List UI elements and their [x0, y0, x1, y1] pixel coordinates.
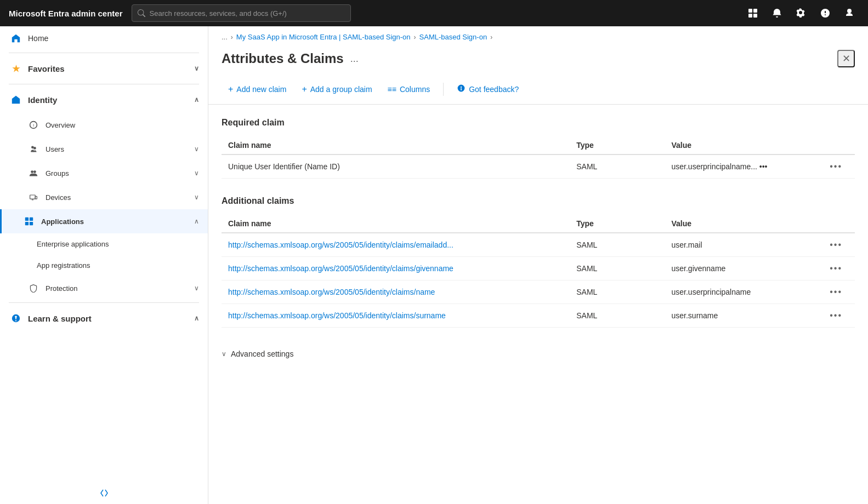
- sidebar-item-protection[interactable]: Protection ∨: [0, 276, 208, 300]
- claim-value-cell: user.userprincipalname... •••: [665, 154, 824, 179]
- claim-name-cell: http://schemas.xmlsoap.org/ws/2005/05/id…: [222, 280, 570, 304]
- required-claims-table: Claim name Type Value Unique User Identi…: [222, 136, 855, 179]
- main-content: Required claim Claim name Type Value Uni…: [208, 105, 868, 504]
- claim-value-cell: user.givenname: [665, 257, 824, 280]
- sidebar-collapse-btn[interactable]: [0, 482, 208, 504]
- breadcrumb-item2[interactable]: SAML-based Sign-on: [419, 33, 487, 41]
- claim-type-cell: SAML: [570, 304, 665, 328]
- claim-value-cell: user.userprincipalname: [665, 280, 824, 304]
- svg-rect-13: [25, 222, 29, 225]
- protection-chevron: ∨: [194, 284, 199, 292]
- svg-point-8: [33, 170, 36, 173]
- notifications-icon-btn[interactable]: [767, 3, 787, 23]
- devices-chevron: ∨: [194, 193, 199, 201]
- row-actions-dots[interactable]: •••: [830, 264, 842, 273]
- svg-rect-12: [30, 217, 33, 221]
- advanced-settings-chevron: ∨: [222, 350, 226, 358]
- sidebar-item-applications[interactable]: Applications ∧: [0, 209, 208, 233]
- sidebar-item-groups[interactable]: Groups ∨: [0, 161, 208, 185]
- table-row[interactable]: http://schemas.xmlsoap.org/ws/2005/05/id…: [222, 304, 855, 328]
- portal-icon-btn[interactable]: [743, 3, 763, 23]
- advanced-settings[interactable]: ∨ Advanced settings: [222, 345, 855, 363]
- divider-protection: [9, 302, 199, 303]
- row-actions-dots[interactable]: •••: [830, 162, 842, 171]
- row-actions-dots[interactable]: •••: [830, 240, 842, 249]
- required-col-value: Value: [665, 136, 824, 154]
- sidebar-item-app-registrations[interactable]: App registrations: [0, 255, 208, 276]
- sidebar-item-identity[interactable]: Identity ∧: [0, 87, 208, 113]
- table-row[interactable]: Unique User Identifier (Name ID) SAML us…: [222, 154, 855, 179]
- feedback-button[interactable]: Got feedback?: [450, 81, 525, 98]
- sidebar-item-favorites[interactable]: ★ Favorites ∨: [0, 55, 208, 82]
- divider-favorites: [9, 84, 199, 84]
- search-input[interactable]: [150, 9, 345, 18]
- page-title: Attributes & Claims: [222, 51, 344, 66]
- claim-type-cell: SAML: [570, 280, 665, 304]
- sidebar-item-enterprise-apps[interactable]: Enterprise applications: [0, 233, 208, 255]
- add-claim-plus-icon: +: [228, 84, 233, 94]
- sidebar-item-devices[interactable]: Devices ∨: [0, 185, 208, 209]
- claim-name-cell: http://schemas.xmlsoap.org/ws/2005/05/id…: [222, 304, 570, 328]
- claim-actions-cell: •••: [823, 233, 855, 257]
- app-title: Microsoft Entra admin center: [9, 9, 123, 18]
- breadcrumb-dots[interactable]: ...: [222, 33, 228, 41]
- columns-button[interactable]: ≡≡ Columns: [381, 82, 437, 97]
- table-row[interactable]: http://schemas.xmlsoap.org/ws/2005/05/id…: [222, 280, 855, 304]
- table-row[interactable]: http://schemas.xmlsoap.org/ws/2005/05/id…: [222, 257, 855, 280]
- svg-rect-9: [30, 195, 36, 199]
- columns-icon: ≡≡: [388, 85, 396, 94]
- add-claim-button[interactable]: + Add new claim: [222, 81, 293, 98]
- add-group-claim-button[interactable]: + Add a group claim: [295, 81, 378, 98]
- overview-label: Overview: [46, 121, 75, 129]
- topbar-icons: [743, 3, 859, 23]
- feedback-icon: [457, 84, 466, 94]
- page-close-button[interactable]: ✕: [837, 50, 855, 67]
- page-header-dots[interactable]: ...: [350, 53, 359, 65]
- svg-rect-0: [748, 9, 752, 13]
- svg-point-7: [31, 170, 33, 173]
- svg-rect-1: [753, 9, 757, 13]
- required-col-actions: [823, 136, 855, 154]
- identity-icon: [10, 94, 21, 105]
- search-icon: [138, 9, 145, 17]
- settings-icon-btn[interactable]: [791, 3, 811, 23]
- svg-rect-11: [25, 217, 29, 221]
- groups-chevron: ∨: [194, 169, 199, 177]
- sidebar-item-overview[interactable]: i Overview: [0, 113, 208, 137]
- home-icon: [10, 33, 21, 44]
- claim-type-cell: SAML: [570, 233, 665, 257]
- additional-col-type: Type: [570, 215, 665, 233]
- breadcrumb-sep-2: ›: [414, 33, 416, 41]
- main-layout: Home ★ Favorites ∨ Identity ∧ i Overview: [0, 26, 868, 504]
- users-chevron: ∨: [194, 145, 199, 153]
- row-actions-dots[interactable]: •••: [830, 311, 842, 320]
- favorites-chevron: ∨: [194, 65, 199, 72]
- search-bar[interactable]: [132, 4, 351, 22]
- favorites-icon: ★: [10, 63, 21, 74]
- sidebar-item-home[interactable]: Home: [0, 26, 208, 50]
- claim-actions-cell: •••: [823, 304, 855, 328]
- claim-actions-cell: •••: [823, 154, 855, 179]
- sidebar-item-users[interactable]: Users ∨: [0, 137, 208, 161]
- sidebar-item-learn-support[interactable]: Learn & support ∧: [0, 305, 208, 331]
- required-col-name: Claim name: [222, 136, 570, 154]
- claim-actions-cell: •••: [823, 257, 855, 280]
- breadcrumb-item1[interactable]: My SaaS App in Microsoft Entra | SAML-ba…: [236, 33, 411, 41]
- claim-name-cell: http://schemas.xmlsoap.org/ws/2005/05/id…: [222, 257, 570, 280]
- user-icon-btn[interactable]: [839, 3, 859, 23]
- table-row[interactable]: http://schemas.xmlsoap.org/ws/2005/05/id…: [222, 233, 855, 257]
- additional-claims-section-title: Additional claims: [222, 196, 855, 206]
- devices-label: Devices: [46, 193, 71, 202]
- topbar: Microsoft Entra admin center: [0, 0, 868, 26]
- learn-support-icon: [10, 313, 21, 324]
- feedback-label: Got feedback?: [469, 85, 519, 94]
- svg-rect-2: [748, 14, 752, 18]
- home-label: Home: [28, 34, 48, 43]
- svg-rect-10: [35, 196, 37, 199]
- additional-col-name: Claim name: [222, 215, 570, 233]
- svg-marker-4: [12, 96, 20, 104]
- row-actions-dots[interactable]: •••: [830, 287, 842, 296]
- learn-support-label: Learn & support: [28, 314, 92, 323]
- additional-claims-table: Claim name Type Value http://schemas.xml…: [222, 215, 855, 328]
- help-icon-btn[interactable]: [815, 3, 835, 23]
